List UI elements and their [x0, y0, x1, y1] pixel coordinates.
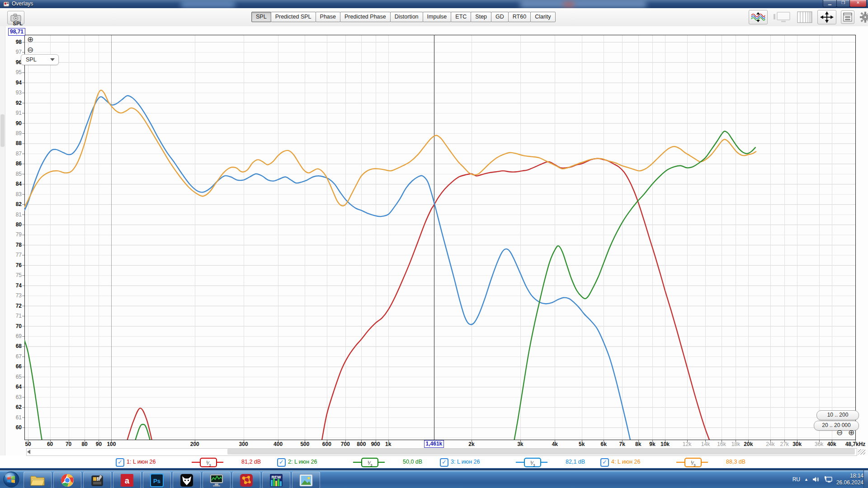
start-button[interactable]	[1, 470, 22, 488]
x-zoom-out-icon[interactable]: ⊖	[836, 429, 843, 436]
legend-trace-name: 4: L июн 26	[611, 459, 641, 465]
network-icon[interactable]	[824, 476, 832, 483]
y-tick-label: 79	[3, 232, 22, 237]
x-tick-label: 200	[176, 441, 214, 447]
svg-text:a: a	[125, 476, 130, 485]
curve-4	[24, 90, 756, 207]
y-tick-label: 88	[3, 141, 22, 146]
y-tick-label: 97	[3, 49, 22, 55]
y-tick-label: 74	[3, 283, 22, 288]
svg-text:Ps: Ps	[153, 478, 160, 484]
horizontal-scrollbar[interactable]	[26, 448, 857, 456]
range-button-10-200[interactable]: 10 .. 200	[816, 410, 859, 420]
zoom-out-icon[interactable]: ⊖	[27, 47, 33, 54]
smoothing-label: 1⁄3	[684, 458, 702, 467]
legend-trace-name: 1: L июн 26	[127, 459, 156, 465]
curve-1	[126, 408, 153, 444]
zoom-in-icon[interactable]: ⊕	[27, 36, 33, 43]
y-tick-label: 92	[3, 100, 22, 106]
measurement-legend: ✓1: L июн 261⁄381,2 dB✓2: L июн 261⁄350,…	[0, 456, 868, 468]
x-tick-label: 100	[92, 441, 130, 447]
x-tick-label: 1k	[369, 441, 407, 447]
smoothing-label: 1⁄3	[200, 458, 217, 467]
taskbar-button-photoshop[interactable]: Ps	[143, 472, 171, 488]
overlay-type-dropdown[interactable]: SPL	[21, 54, 59, 65]
photoshop-icon: Ps	[150, 474, 164, 487]
legend-level-value: 50,0 dB	[403, 459, 422, 465]
foobar-icon	[180, 474, 193, 487]
x-tick-label: 300	[225, 441, 263, 447]
curve-2	[24, 340, 45, 453]
image-viewer-icon	[299, 474, 313, 487]
legend-checkbox-2[interactable]: ✓	[277, 458, 286, 467]
taskbar-button-molecule[interactable]	[232, 472, 260, 488]
y-tick-label: 86	[3, 161, 22, 166]
smoothing-label: 1⁄3	[361, 458, 378, 467]
cursor-frequency-readout: 1,461k	[424, 440, 444, 448]
x-tick-label: 2k	[453, 441, 491, 447]
legend-entry-2: ✓2: L июн 261⁄350,0 dB	[277, 457, 439, 467]
x-zoom-in-icon[interactable]: ⊕	[848, 429, 854, 436]
y-tick-label: 94	[3, 80, 22, 85]
y-tick-label: 77	[3, 252, 22, 258]
y-tick-label: 72	[3, 303, 22, 309]
speaker-icon[interactable]	[812, 476, 820, 483]
scroll-left-arrow-icon[interactable]	[27, 450, 30, 454]
taskbar-buttons: aPsREW	[1, 470, 320, 488]
x-tick-label: 3k	[501, 441, 539, 447]
y-tick-label: 61	[3, 415, 22, 420]
y-tick-label: 67	[3, 354, 22, 359]
show-desktop-button[interactable]	[863, 470, 868, 488]
legend-level-value: 82,1 dB	[566, 459, 585, 465]
clock[interactable]: 18:14 26.06.2024	[836, 473, 863, 486]
y-tick-label: 64	[3, 384, 22, 389]
y-tick-label: 90	[3, 121, 22, 126]
y-tick-label: 70	[3, 324, 22, 329]
tray-date: 26.06.2024	[836, 479, 863, 486]
y-tick-label: 87	[3, 151, 22, 156]
taskbar-button-image-viewer[interactable]	[292, 472, 320, 488]
smoothing-button-4[interactable]: 1⁄3	[668, 458, 718, 467]
horizontal-scrollbar-thumb[interactable]	[227, 449, 855, 455]
taskbar-button-rew[interactable]: REW	[262, 472, 290, 488]
y-tick-label: 71	[3, 313, 22, 319]
explorer-icon	[30, 474, 45, 486]
curve-1	[321, 159, 712, 446]
vertical-scrollbar-thumb[interactable]	[0, 114, 5, 147]
window-resize-grip[interactable]	[858, 449, 865, 455]
smoothing-button-2[interactable]: 1⁄3	[345, 458, 395, 467]
curve-2	[513, 131, 755, 448]
taskbar-button-foobar[interactable]	[173, 472, 201, 488]
rew-icon: REW	[269, 474, 283, 487]
legend-checkbox-3[interactable]: ✓	[440, 458, 448, 467]
language-indicator[interactable]: RU	[793, 476, 800, 483]
dropdown-value: SPL	[26, 56, 37, 63]
smoothing-button-3[interactable]: 1⁄3	[508, 458, 557, 467]
spl-plot	[0, 0, 868, 456]
taskbar-button-analyzer[interactable]	[203, 472, 231, 488]
taskbar-button-amd[interactable]: a	[113, 472, 141, 488]
legend-level-value: 88,3 dB	[726, 459, 745, 465]
hidden-icons-arrow[interactable]: ▲	[804, 477, 808, 482]
curve-2	[132, 424, 153, 450]
legend-entry-1: ✓1: L июн 261⁄381,2 dB	[116, 457, 277, 467]
y-tick-label: 84	[3, 181, 22, 187]
chevron-down-icon	[50, 58, 55, 61]
y-tick-label: 95	[3, 70, 22, 75]
taskbar-button-cabinet[interactable]	[83, 472, 111, 488]
legend-level-value: 81,2 dB	[241, 459, 261, 465]
taskbar-button-explorer[interactable]	[24, 472, 52, 488]
y-tick-label: 82	[3, 202, 22, 207]
y-tick-label: 76	[3, 263, 22, 268]
y-tick-label: 66	[3, 364, 22, 369]
y-tick-label: 63	[3, 394, 22, 400]
y-tick-label: 73	[3, 293, 22, 298]
vertical-scrollbar[interactable]	[0, 26, 5, 455]
taskbar-button-chrome[interactable]	[53, 472, 81, 488]
y-tick-label: 93	[3, 90, 22, 95]
smoothing-button-1[interactable]: 1⁄3	[184, 458, 233, 467]
smoothing-label: 1⁄3	[524, 458, 541, 467]
legend-checkbox-4[interactable]: ✓	[600, 458, 609, 467]
chrome-icon	[61, 474, 74, 487]
legend-checkbox-1[interactable]: ✓	[116, 458, 124, 467]
